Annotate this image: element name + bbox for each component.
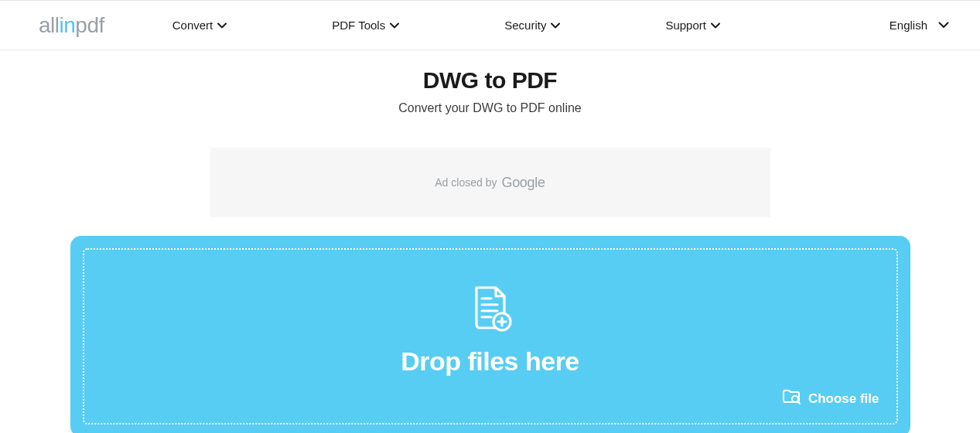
primary-nav: Convert PDF Tools Security Support xyxy=(159,19,734,32)
language-selector[interactable]: English xyxy=(890,19,949,32)
nav-convert[interactable]: Convert xyxy=(159,19,241,32)
folder-search-icon xyxy=(782,388,802,409)
logo-part2: in xyxy=(60,13,76,37)
chevron-down-icon xyxy=(711,22,720,29)
dropzone-label: Drop files here xyxy=(401,346,579,377)
choose-file-label: Choose file xyxy=(808,391,879,407)
logo-part1: all xyxy=(39,13,60,37)
google-logo: Google xyxy=(501,175,545,191)
page-subtitle: Convert your DWG to PDF online xyxy=(0,101,980,115)
chevron-down-icon xyxy=(217,22,227,29)
nav-label: Security xyxy=(504,19,546,32)
nav-label: PDF Tools xyxy=(332,19,385,32)
page-title: DWG to PDF xyxy=(0,67,980,94)
nav-label: Convert xyxy=(172,19,213,32)
ad-text: Ad closed by xyxy=(435,176,497,189)
nav-support[interactable]: Support xyxy=(651,19,734,32)
logo[interactable]: allinpdf xyxy=(39,13,104,38)
ad-placeholder: Ad closed by Google xyxy=(210,148,770,217)
chevron-down-icon xyxy=(390,22,399,29)
chevron-down-icon xyxy=(551,22,560,29)
nav-security[interactable]: Security xyxy=(490,19,574,32)
nav-label: Support xyxy=(665,19,706,32)
main-content: DWG to PDF Convert your DWG to PDF onlin… xyxy=(0,50,980,433)
chevron-down-icon xyxy=(938,22,949,29)
logo-part3: pdf xyxy=(75,13,104,37)
nav-pdf-tools[interactable]: PDF Tools xyxy=(318,19,413,32)
header: allinpdf Convert PDF Tools Security Supp… xyxy=(0,1,980,50)
choose-file-button[interactable]: Choose file xyxy=(782,388,879,409)
file-add-icon xyxy=(468,285,513,336)
dropzone[interactable]: Drop files here Choose file xyxy=(70,236,910,433)
dropzone-inner[interactable]: Drop files here Choose file xyxy=(83,248,898,424)
language-label: English xyxy=(890,19,927,32)
